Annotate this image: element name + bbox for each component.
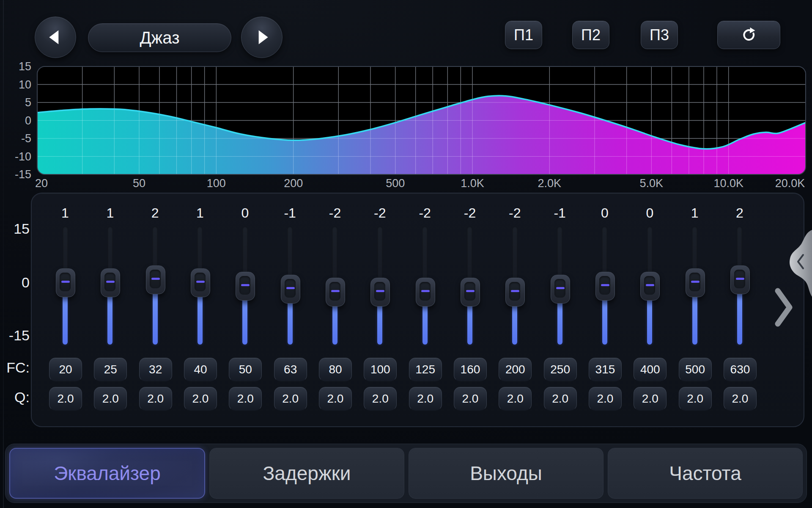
band-column-32: 2322.0 <box>133 193 178 426</box>
band-fc-button[interactable]: 200 <box>499 358 532 381</box>
y-tick-label: 10 <box>2 78 31 91</box>
band-column-630: 26302.0 <box>717 193 762 426</box>
band-fc-button[interactable]: 40 <box>184 358 217 381</box>
band-q-button[interactable]: 2.0 <box>634 387 667 411</box>
slider-active-fill <box>647 294 652 345</box>
band-gain-value: -2 <box>447 205 492 221</box>
band-fc-button[interactable]: 50 <box>229 358 262 381</box>
band-gain-value: -2 <box>492 205 537 221</box>
x-tick-label: 500 <box>372 177 419 190</box>
slider-thumb[interactable] <box>56 268 75 297</box>
band-column-50: 0502.0 <box>222 193 267 426</box>
slider-thumb[interactable] <box>281 275 300 304</box>
band-fc-button[interactable]: 250 <box>544 358 577 381</box>
tab-equalizer[interactable]: Эквалайзер <box>9 448 205 499</box>
band-q-button[interactable]: 2.0 <box>454 387 487 411</box>
tab-delays[interactable]: Задержки <box>209 448 404 499</box>
band-fc-button[interactable]: 25 <box>94 358 127 381</box>
band-q-button[interactable]: 2.0 <box>499 387 532 411</box>
band-q-button[interactable]: 2.0 <box>229 387 262 411</box>
slider-thumb[interactable] <box>686 268 705 297</box>
band-fc-button[interactable]: 20 <box>49 358 82 381</box>
y-tick-label: 15 <box>2 60 31 73</box>
eq-curve-canvas <box>0 0 812 199</box>
band-q-button[interactable]: 2.0 <box>544 387 577 411</box>
slider-active-fill <box>737 288 742 345</box>
band-gain-value: 1 <box>178 205 222 221</box>
thumb-dash-icon <box>736 278 744 280</box>
band-fc-button[interactable]: 160 <box>454 358 487 381</box>
slider-active-fill <box>422 300 428 345</box>
thumb-dash-icon <box>601 284 609 286</box>
band-fc-button[interactable]: 125 <box>409 358 442 381</box>
slider-active-fill <box>332 300 337 345</box>
band-q-button[interactable]: 2.0 <box>184 387 217 411</box>
band-fc-button[interactable]: 100 <box>364 358 397 381</box>
band-gain-value: -2 <box>403 205 447 221</box>
slider-thumb[interactable] <box>551 275 570 304</box>
slider-thumb[interactable] <box>461 278 480 306</box>
band-q-button[interactable]: 2.0 <box>364 387 397 411</box>
band-fc-button[interactable]: 63 <box>274 358 307 381</box>
x-tick-label: 100 <box>193 177 239 190</box>
band-gain-value: -1 <box>538 205 582 221</box>
band-q-button[interactable]: 2.0 <box>409 387 442 411</box>
band-column-63: -1632.0 <box>268 193 313 426</box>
bands-panel: 1202.01252.02322.01402.00502.0-1632.0-28… <box>31 193 804 427</box>
slider-active-fill <box>242 294 247 345</box>
band-fc-button[interactable]: 315 <box>589 358 622 381</box>
slider-thumb[interactable] <box>326 278 345 306</box>
slider-scale-min-label: -15 <box>3 327 30 344</box>
band-column-80: -2802.0 <box>313 193 357 426</box>
slider-thumb[interactable] <box>505 278 525 306</box>
tab-outputs[interactable]: Выходы <box>409 448 604 499</box>
band-fc-button[interactable]: 630 <box>724 358 757 381</box>
side-panel-handle[interactable] <box>787 230 812 297</box>
band-column-40: 1402.0 <box>178 193 222 426</box>
x-tick-label: 10.0K <box>705 177 752 190</box>
slider-thumb[interactable] <box>370 278 390 306</box>
band-gain-value: 2 <box>717 205 762 221</box>
band-q-button[interactable]: 2.0 <box>94 387 127 411</box>
slider-thumb[interactable] <box>730 265 750 294</box>
band-fc-button[interactable]: 500 <box>679 358 712 381</box>
band-q-button[interactable]: 2.0 <box>724 387 757 411</box>
handle-blob <box>790 230 812 297</box>
slider-thumb[interactable] <box>101 268 120 297</box>
band-fc-button[interactable]: 32 <box>139 358 172 381</box>
band-column-125: -21252.0 <box>403 193 447 426</box>
slider-thumb[interactable] <box>236 272 255 301</box>
slider-thumb[interactable] <box>146 265 165 294</box>
slider-active-fill <box>602 294 607 345</box>
band-gain-value: -2 <box>357 205 402 221</box>
thumb-dash-icon <box>691 281 700 283</box>
band-q-button[interactable]: 2.0 <box>139 387 172 411</box>
slider-active-fill <box>198 291 203 345</box>
band-q-button[interactable]: 2.0 <box>679 387 712 411</box>
band-column-200: -22002.0 <box>492 193 537 426</box>
band-q-button[interactable]: 2.0 <box>274 387 307 411</box>
slider-active-fill <box>512 300 517 345</box>
x-tick-label: 20 <box>18 177 65 190</box>
slider-thumb[interactable] <box>640 272 660 301</box>
slider-active-fill <box>692 291 697 345</box>
band-gain-value: 2 <box>133 205 178 221</box>
tab-frequency[interactable]: Частота <box>608 448 803 499</box>
x-tick-label: 50 <box>116 177 162 190</box>
band-column-315: 03152.0 <box>582 193 627 426</box>
band-gain-value: -2 <box>313 205 357 221</box>
slider-active-fill <box>467 300 472 345</box>
slider-thumb[interactable] <box>595 272 615 301</box>
thumb-dash-icon <box>376 290 384 292</box>
slider-thumb[interactable] <box>191 268 210 297</box>
band-gain-value: -1 <box>268 205 313 221</box>
slider-thumb[interactable] <box>416 278 435 306</box>
x-tick-label: 20.0K <box>767 177 812 190</box>
band-q-button[interactable]: 2.0 <box>49 387 82 411</box>
thumb-dash-icon <box>196 281 205 283</box>
band-fc-button[interactable]: 400 <box>634 358 667 381</box>
band-q-button[interactable]: 2.0 <box>589 387 622 411</box>
slider-active-fill <box>63 291 68 345</box>
band-q-button[interactable]: 2.0 <box>319 387 352 411</box>
band-fc-button[interactable]: 80 <box>319 358 352 381</box>
